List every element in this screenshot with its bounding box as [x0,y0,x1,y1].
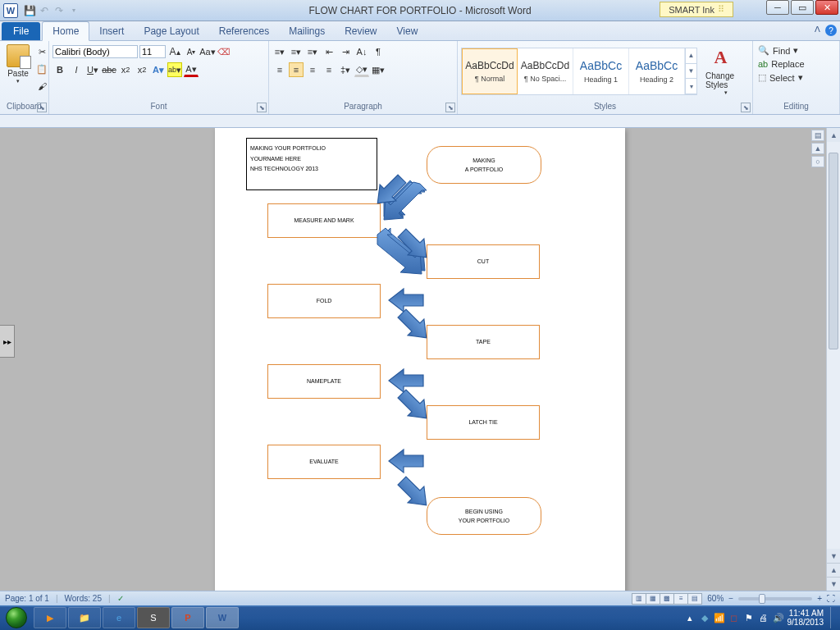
superscript-icon[interactable]: x2 [135,62,149,77]
taskbar-powerpoint[interactable]: P [171,607,204,628]
browse-up-icon[interactable]: ▲ [811,143,824,154]
tray-battery-icon[interactable]: ◻ [728,612,740,623]
tab-mailings[interactable]: Mailings [279,22,335,40]
zoom-out-icon[interactable]: − [728,594,733,603]
maximize-button[interactable]: ▭ [791,0,814,15]
horizontal-ruler[interactable] [0,115,840,128]
minimize-ribbon-icon[interactable]: ᐱ [815,25,820,36]
flow-evaluate[interactable]: EVALUATE [267,445,381,479]
text-effects-icon[interactable]: A▾ [151,62,166,77]
gallery-up-icon[interactable]: ▲ [686,48,696,64]
taskbar-explorer[interactable]: 📁 [68,607,101,628]
tray-clock[interactable]: 11:41 AM 9/18/2013 [788,609,824,627]
underline-icon[interactable]: U▾ [85,62,100,77]
flow-tape[interactable]: TAPE [427,325,540,359]
flow-measure[interactable]: MEASURE AND MARK [267,203,381,238]
qat-dropdown-icon[interactable]: ▾ [67,4,80,17]
justify-icon[interactable]: ≡ [322,62,336,77]
change-case-icon[interactable]: Aa▾ [200,44,215,59]
tab-page-layout[interactable]: Page Layout [134,22,208,40]
close-button[interactable]: ✕ [815,0,838,15]
grow-font-icon[interactable]: A▴ [167,44,182,59]
zoom-level[interactable]: 60% [707,594,724,603]
info-text-box[interactable]: MAKING YOUR PORTFOLIO YOURNAME HERE NHS … [246,138,377,190]
browse-object-icon[interactable]: ○ [811,156,824,167]
tab-home[interactable]: Home [42,21,89,41]
find-button[interactable]: 🔍Find ▾ [756,44,800,57]
align-right-icon[interactable]: ≡ [305,62,320,77]
tray-volume-icon[interactable]: 🔊 [773,612,784,623]
font-launcher[interactable]: ⬊ [257,103,267,112]
subscript-icon[interactable]: x2 [118,62,133,77]
tab-review[interactable]: Review [335,22,386,40]
change-styles-button[interactable]: A Change Styles ▾ [702,45,749,98]
clear-formatting-icon[interactable]: ⌫ [217,44,231,59]
gallery-down-icon[interactable]: ▼ [686,64,696,80]
outline-icon[interactable]: ≡ [673,593,688,605]
shrink-font-icon[interactable]: A▾ [184,44,199,59]
tab-insert[interactable]: Insert [89,22,134,40]
tray-flag-icon[interactable]: ⚑ [743,612,755,623]
tab-file[interactable]: File [2,22,40,40]
font-name-input[interactable] [52,45,138,58]
flow-start[interactable]: MAKING A PORTFOLIO [427,146,541,184]
scrollbar-thumb[interactable] [829,153,838,349]
navigation-toggle[interactable]: ▸▸ [0,325,15,358]
font-color-icon[interactable]: A▾ [184,62,199,77]
redo-icon[interactable]: ↷ [52,4,66,17]
style-normal[interactable]: AaBbCcDd¶ Normal [462,48,518,94]
italic-icon[interactable]: I [69,62,84,77]
print-layout-icon[interactable]: ▥ [632,593,646,605]
save-icon[interactable]: 💾 [23,4,36,17]
tray-up-icon[interactable]: ▴ [684,612,696,623]
word-icon[interactable]: W [3,3,18,18]
flow-nameplate[interactable]: NAMEPLATE [267,364,381,399]
flow-end[interactable]: BEGIN USING YOUR PORTFOLIO [427,497,541,535]
style-heading1[interactable]: AaBbCcHeading 1 [573,48,629,94]
style-heading2[interactable]: AaBbCcHeading 2 [629,48,685,94]
status-words[interactable]: Words: 25 [65,594,102,603]
minimize-button[interactable]: ─ [766,0,789,15]
increase-indent-icon[interactable]: ⇥ [338,44,353,59]
tab-view[interactable]: View [387,22,428,40]
show-hide-icon[interactable]: ¶ [371,44,386,59]
styles-launcher[interactable]: ⬊ [741,103,751,112]
taskbar-app[interactable]: S [137,607,170,628]
highlight-icon[interactable]: ab▾ [167,62,182,77]
styles-gallery[interactable]: AaBbCcDd¶ NormalAaBbCcDd¶ No Spaci...AaB… [461,48,697,95]
clipboard-launcher[interactable]: ⬊ [37,103,47,112]
zoom-slider[interactable] [738,597,812,600]
full-screen-icon[interactable]: ▦ [646,593,660,605]
tray-printer-icon[interactable]: 🖨 [758,612,769,623]
tray-shield-icon[interactable]: ◆ [699,612,710,623]
shading-icon[interactable]: ◇▾ [354,62,369,77]
help-icon[interactable]: ? [825,25,837,36]
style-nospaci[interactable]: AaBbCcDd¶ No Spaci... [518,48,573,94]
strikethrough-icon[interactable]: abc [102,62,116,77]
arrow-1[interactable] [384,182,425,215]
start-button[interactable] [0,605,33,630]
bullets-icon[interactable]: ≡▾ [272,44,287,59]
paragraph-launcher[interactable]: ⬊ [445,103,455,112]
cut-icon[interactable]: ✂ [34,44,49,59]
paste-button[interactable]: Paste ▾ [3,43,33,86]
flow-cut[interactable]: CUT [427,244,540,279]
smart-ink-badge[interactable]: SMART Ink⠿ [660,2,733,17]
replace-button[interactable]: abReplace [756,58,806,70]
show-desktop-button[interactable] [830,607,837,628]
spellcheck-icon[interactable]: ✓ [117,594,124,603]
copy-icon[interactable]: 📋 [34,62,49,76]
ruler-toggle-icon[interactable]: ▤ [811,130,824,141]
gallery-more-icon[interactable]: ▾ [686,79,696,94]
vertical-scrollbar[interactable]: ▲ ▼ ▲ ▼ [826,128,840,591]
undo-icon[interactable]: ↶ [38,4,51,17]
sort-icon[interactable]: A↓ [354,44,369,59]
format-painter-icon[interactable]: 🖌 [34,79,49,94]
taskbar-word[interactable]: W [206,607,239,628]
document-page[interactable]: MAKING YOUR PORTFOLIO YOURNAME HERE NHS … [215,128,625,591]
flow-latch[interactable]: LATCH TIE [427,405,540,440]
web-layout-icon[interactable]: ▩ [660,593,674,605]
taskbar-ie[interactable]: e [103,607,135,628]
borders-icon[interactable]: ▦▾ [371,62,386,77]
bold-icon[interactable]: B [52,62,67,77]
